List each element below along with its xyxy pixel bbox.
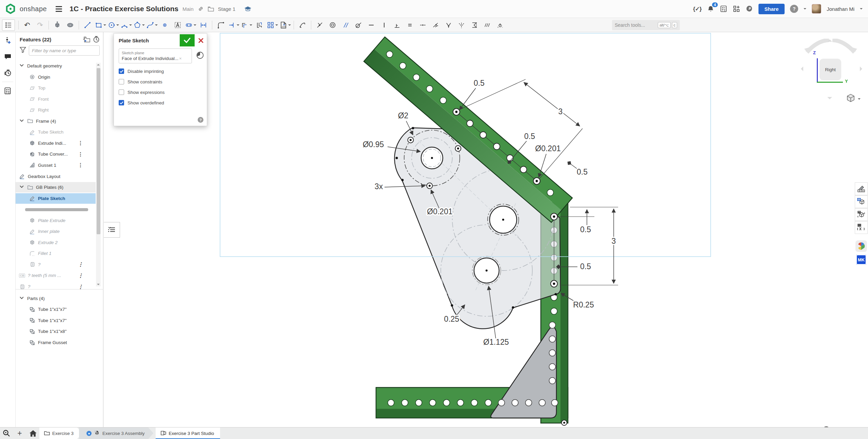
- tree-group-Frame (4)[interactable]: Frame (4): [16, 116, 96, 126]
- tree-item[interactable]: Front: [16, 94, 96, 104]
- part-item[interactable]: Tube 1"x1"x8": [16, 326, 96, 337]
- dimension-label[interactable]: R0.25: [573, 300, 594, 309]
- onshape-logo-icon[interactable]: [5, 4, 16, 14]
- tree-item[interactable]: Plate Sketch: [16, 193, 96, 204]
- dimension-label[interactable]: 3x: [375, 182, 383, 191]
- perpendicular-tool[interactable]: [391, 19, 403, 31]
- user-name[interactable]: Jonathan Mi: [827, 6, 854, 12]
- tree-item[interactable]: Tube Sketch: [16, 127, 96, 137]
- pattern-tool[interactable]: [266, 19, 279, 31]
- tree-item[interactable]: Origin: [16, 72, 96, 82]
- tree-item[interactable]: Fillet 1: [16, 248, 96, 259]
- cancel-button[interactable]: [195, 34, 207, 46]
- suppress-marker-icon[interactable]: ⋮: [78, 261, 83, 267]
- dialog-help-icon[interactable]: ?: [198, 117, 203, 123]
- sketch-text-tool[interactable]: [171, 19, 184, 31]
- tree-group-Default geometry[interactable]: Default geometry: [16, 61, 96, 71]
- part-item[interactable]: Frame Gusset: [16, 337, 96, 348]
- tree-item[interactable]: Top: [16, 83, 96, 93]
- polygon-tool[interactable]: [133, 19, 145, 31]
- horizontal-tool[interactable]: [365, 19, 378, 31]
- view-options-cube-icon[interactable]: [846, 94, 855, 104]
- new-tab-button[interactable]: +: [13, 428, 26, 438]
- vertical-tool[interactable]: [378, 19, 391, 31]
- tree-item[interactable]: Plate Extrude: [16, 215, 96, 226]
- symmetric-tool[interactable]: [455, 19, 468, 31]
- revolve-3d-tool[interactable]: [64, 19, 77, 31]
- parallel-tool[interactable]: [339, 19, 352, 31]
- part-item[interactable]: Tube 1"x1"x7": [16, 315, 96, 326]
- concentric-tool[interactable]: [326, 19, 339, 31]
- app-mk-icon[interactable]: MK: [855, 254, 867, 265]
- part-studio-drawing[interactable]: 0.530.5Ø0.2010.5Ø2Ø0.953xØ0.2010.530.5R0…: [104, 32, 856, 427]
- checkbox-disable-imprinting[interactable]: Disable imprinting: [119, 68, 202, 74]
- chevron-down-icon[interactable]: [19, 184, 25, 191]
- tab-search-icon[interactable]: [0, 429, 13, 437]
- new-folder-icon[interactable]: [83, 37, 90, 42]
- learning-center-icon[interactable]: [746, 5, 753, 13]
- arc-tool[interactable]: [120, 19, 133, 31]
- document-title[interactable]: 1C - Practice Exercise Solutions: [70, 5, 178, 13]
- app-pinwheel-icon[interactable]: [855, 240, 867, 252]
- corner-rectangle-tool[interactable]: [94, 19, 107, 31]
- chevron-down-icon[interactable]: [19, 118, 25, 125]
- learning-cap-icon[interactable]: [244, 6, 252, 12]
- fit-spline-tool[interactable]: [296, 19, 309, 31]
- spline-tool[interactable]: [145, 19, 158, 31]
- tree-item[interactable]: Tube Conver...⋮: [16, 149, 96, 159]
- trim-tool[interactable]: [227, 19, 240, 31]
- final-time-icon[interactable]: [196, 51, 204, 61]
- part-item[interactable]: Tube 1"x1"x7": [16, 304, 96, 315]
- checkbox-show-expressions[interactable]: Show expressions: [119, 89, 202, 95]
- view-cube-face-right[interactable]: Right: [818, 58, 842, 81]
- rollback-history-icon[interactable]: [93, 36, 100, 43]
- filter-input[interactable]: [29, 45, 100, 56]
- tasks-icon[interactable]: [720, 5, 727, 13]
- suppress-marker-icon[interactable]: ⋮: [78, 284, 83, 290]
- undo-tool[interactable]: ↶: [21, 19, 34, 31]
- rollback-bar[interactable]: [25, 208, 88, 211]
- doc-tab-exercise-3-assembly[interactable]: ●Exercise 3 Assembly: [79, 427, 154, 439]
- user-menu-caret-icon[interactable]: [860, 8, 863, 11]
- stage-label[interactable]: Stage 1: [218, 6, 236, 12]
- link-icon[interactable]: [198, 6, 204, 12]
- dimension-label[interactable]: Ø0.201: [535, 144, 560, 153]
- feature-list-flyout-toggle[interactable]: [104, 222, 120, 238]
- variables-icon[interactable]: [855, 221, 868, 234]
- midpoint-tool[interactable]: [416, 19, 429, 31]
- dimension-label[interactable]: 3: [612, 237, 616, 245]
- doc-tab-exercise-3-part-studio[interactable]: Exercise 3 Part Studio: [156, 427, 220, 439]
- dimension-tool[interactable]: [197, 19, 210, 31]
- dimension-label[interactable]: 0.5: [580, 262, 591, 271]
- dimension-label[interactable]: 0.5: [577, 167, 588, 176]
- tangent-tool[interactable]: [352, 19, 365, 31]
- tree-item[interactable]: CB? teeth (5 mm ...⋮: [16, 270, 96, 281]
- graphics-area[interactable]: 0.530.5Ø0.2010.5Ø2Ø0.953xØ0.2010.530.5R0…: [104, 32, 868, 427]
- dimension-label[interactable]: Ø0.95: [363, 140, 384, 149]
- suppress-marker-icon[interactable]: ⋮: [78, 151, 83, 157]
- apps-icon[interactable]: [733, 5, 740, 13]
- doc-tab-exercise-3[interactable]: Exercise 3: [39, 427, 82, 439]
- comments-icon[interactable]: [0, 48, 15, 65]
- tree-group-parts[interactable]: Parts (4): [16, 293, 96, 304]
- tree-item[interactable]: ?⋮: [16, 281, 96, 292]
- offset-tool[interactable]: [240, 19, 253, 31]
- suppress-marker-icon[interactable]: ⋮: [78, 273, 83, 279]
- tree-item[interactable]: Extrude 2: [16, 237, 96, 248]
- chevron-down-icon[interactable]: [19, 295, 25, 302]
- redo-tool[interactable]: ↷: [34, 19, 46, 31]
- equal-tool[interactable]: [403, 19, 416, 31]
- versions-icon[interactable]: {✓}: [693, 5, 701, 13]
- line-tool[interactable]: [81, 19, 94, 31]
- history-icon[interactable]: [0, 65, 15, 81]
- sketch-plane-field[interactable]: Sketch plane Face of Extrude Individual.…: [119, 48, 192, 63]
- point-tool[interactable]: [158, 19, 171, 31]
- dimension-label[interactable]: 0.25: [444, 315, 459, 323]
- extrude-3d-tool[interactable]: [51, 19, 64, 31]
- show-constraints-tool[interactable]: [494, 19, 507, 31]
- tree-scrollbar[interactable]: [96, 63, 101, 286]
- home-tab-icon[interactable]: [26, 430, 39, 437]
- dxf-import-tool[interactable]: DXF: [279, 19, 292, 31]
- rotate-down-arrow[interactable]: [827, 97, 832, 99]
- dimension-label[interactable]: Ø0.201: [427, 207, 452, 216]
